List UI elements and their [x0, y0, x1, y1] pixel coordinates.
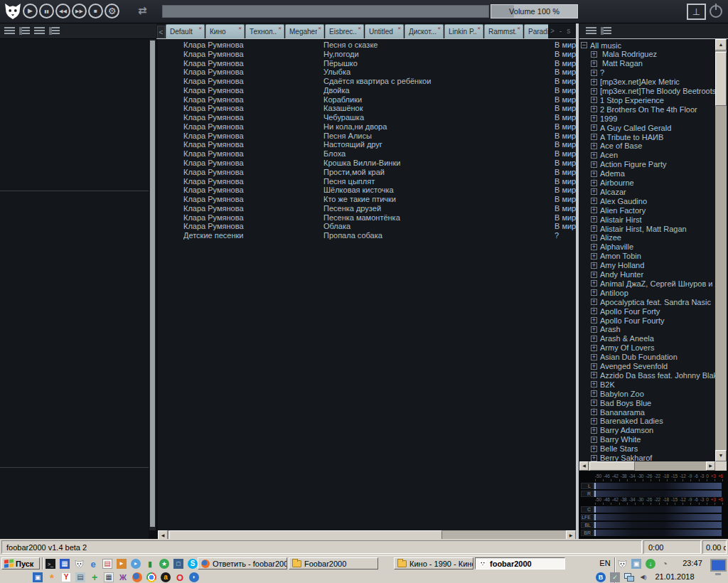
green-cross-icon[interactable]: + [90, 572, 100, 582]
playlist-row[interactable]: Клара РумяноваПесня АлисыВ мире [158, 132, 576, 141]
expand-icon[interactable]: + [591, 60, 597, 67]
taskbar-date[interactable]: 21.01.2018 [651, 572, 698, 581]
task-folder-foobar2000[interactable]: Foobar2000 [289, 557, 378, 569]
playlist-row[interactable]: Клара РумяноваНастоящий другВ мире [158, 140, 576, 149]
scroll-right-arrow-icon[interactable]: ▶ [706, 461, 715, 471]
tree-item[interactable]: +Alizee [591, 233, 621, 242]
tree-item[interactable]: + Matt Ragan [591, 59, 643, 68]
tab-close-icon[interactable]: × [238, 25, 242, 31]
task-folder-kino[interactable]: Кино - 1990 - Кино (Чёр... [394, 557, 473, 569]
tree-item[interactable]: +Alphaville [591, 242, 633, 252]
playlist-row[interactable]: Клара РумяноваОблакаВ мире [158, 222, 576, 231]
expand-icon[interactable]: + [591, 115, 597, 122]
tree-item[interactable]: +1 Stop Experience [591, 95, 664, 105]
playlist-row[interactable]: Клара РумяноваДвойкаВ мире [158, 86, 576, 95]
expand-icon[interactable]: + [591, 207, 597, 213]
expand-icon[interactable]: + [591, 317, 597, 323]
layout-list-icon[interactable] [586, 27, 596, 35]
layout-list-columns-icon[interactable] [19, 27, 30, 35]
download-manager-icon[interactable]: ↓ [646, 559, 655, 569]
expand-icon[interactable]: + [591, 124, 597, 131]
scrollbar-thumb[interactable] [589, 461, 635, 471]
expand-icon[interactable]: + [591, 106, 597, 112]
expand-icon[interactable]: + [591, 289, 597, 296]
language-indicator[interactable]: EN [597, 558, 613, 569]
layout-list-icon[interactable] [4, 27, 15, 35]
tree-item[interactable]: +Apollo Four Forty [591, 306, 660, 316]
tree-item[interactable]: +[mp3ex.net]The Bloody Beetroots Fe [591, 87, 715, 96]
expand-icon[interactable]: + [591, 363, 597, 370]
playlist-row[interactable]: Клара РумяноваУлыбкаВ мире [158, 68, 576, 77]
tree-item[interactable]: +Acen [591, 151, 618, 160]
expand-icon[interactable]: + [591, 381, 597, 387]
tree-item[interactable]: +Ace of Base [591, 141, 642, 151]
tree-vertical-scrollbar[interactable]: ▲ ▼ [715, 39, 727, 461]
tree-item[interactable]: +Action Figure Party [591, 160, 667, 169]
tree-item[interactable]: +Apocalyptica feat. Sandra Nasic [591, 297, 711, 306]
expand-icon[interactable]: + [591, 235, 597, 241]
expand-icon[interactable]: + [591, 188, 597, 195]
tree-root[interactable]: −All music [581, 41, 621, 50]
playlist-row[interactable]: Клара РумяноваКазашёнокВ мире [158, 104, 576, 113]
volume-slider[interactable]: Volume 100 % [491, 4, 578, 18]
playlist-row[interactable]: Клара РумяноваПрости,мой крайВ мире [158, 168, 576, 177]
expand-icon[interactable]: + [591, 225, 597, 232]
playlist-row[interactable]: Клара РумяноваПесенка мамонтёнкаВ мире [158, 213, 576, 223]
tab-eisbrec-[interactable]: Eisbrec...× [325, 24, 364, 38]
calculator-icon[interactable]: ▦ [104, 572, 114, 582]
tab-rammst-[interactable]: Rammst...× [484, 24, 523, 38]
tree-item[interactable]: +Alistair Hirst [591, 215, 642, 224]
expand-icon[interactable]: + [591, 216, 597, 223]
collapse-icon[interactable]: − [581, 42, 587, 48]
start-button[interactable]: Пуск [1, 557, 40, 569]
bluetooth-icon[interactable]: B [596, 572, 606, 582]
expand-icon[interactable]: + [591, 97, 597, 103]
tab-linkin-p-[interactable]: Linkin P...× [444, 24, 483, 38]
expand-icon[interactable]: + [591, 161, 597, 168]
calendar-icon[interactable]: ▤ [102, 559, 112, 569]
tree-item[interactable]: +A Tribute to НАИВ [591, 132, 663, 141]
tab-кино[interactable]: Кино× [205, 24, 245, 38]
expand-icon[interactable]: + [591, 70, 597, 76]
expand-icon[interactable]: + [591, 354, 597, 360]
expand-icon[interactable]: + [591, 262, 597, 269]
spider-icon[interactable]: Ж [118, 572, 128, 582]
tab-close-icon[interactable]: × [278, 25, 282, 31]
tab-технол-[interactable]: Технол...× [245, 24, 284, 38]
tree-item[interactable]: +Airbourne [591, 178, 634, 188]
pause-button[interactable]: ▮▮ [39, 4, 54, 18]
tree-item[interactable]: +1999 [591, 114, 617, 123]
dock-button[interactable]: ⊥ [687, 4, 706, 20]
chrome-icon[interactable] [146, 572, 156, 582]
remote-desktop-icon[interactable]: ▣ [33, 572, 43, 582]
tree-item[interactable]: +Barry White [591, 435, 641, 444]
firefox-icon[interactable] [132, 572, 142, 582]
tree-item[interactable]: +Alistair Hirst, Matt Ragan [591, 224, 687, 233]
skype-icon[interactable]: S [188, 559, 198, 569]
expand-icon[interactable]: + [591, 79, 597, 85]
scroll-left-arrow-icon[interactable]: ◀ [579, 461, 589, 471]
expand-icon[interactable]: + [591, 88, 597, 95]
speaker-icon[interactable]: ◀) [638, 572, 648, 582]
tree-item[interactable]: +Arash [591, 325, 621, 334]
foobar-quicklaunch-icon[interactable] [74, 559, 84, 569]
playlist-row[interactable]: Клара РумяноваНи кола,ни двораВ мире [158, 122, 576, 132]
tab-close-icon[interactable]: × [358, 25, 361, 31]
scroll-up-arrow-icon[interactable]: ▲ [715, 39, 727, 50]
playback-order-icon[interactable]: ⇄ [138, 4, 147, 17]
previous-button[interactable]: ◀◀ [55, 4, 70, 18]
expand-icon[interactable]: + [591, 253, 597, 260]
playlist-row[interactable]: Клара РумяноваСдаётся квартира с ребёнко… [158, 77, 576, 86]
opera-icon[interactable]: O [175, 572, 185, 582]
tab-overflow-button-1[interactable]: - [560, 27, 562, 35]
tree-item[interactable]: +[mp3ex.net]Alex Metric [591, 77, 680, 87]
playlist-row[interactable]: Клара РумяноваНу,погодиВ мире [158, 50, 576, 59]
tab-overflow-button-0[interactable]: > [550, 27, 555, 35]
sun-icon[interactable]: * [47, 572, 57, 582]
expand-icon[interactable]: + [591, 134, 597, 140]
playlist-row[interactable]: Клара РумяноваПёрышкоВ мире [158, 59, 576, 68]
tree-item[interactable]: +Alien Factory [591, 205, 646, 215]
power-button[interactable] [710, 5, 722, 18]
expand-icon[interactable]: + [591, 372, 597, 378]
scrollbar-thumb[interactable] [715, 52, 727, 106]
